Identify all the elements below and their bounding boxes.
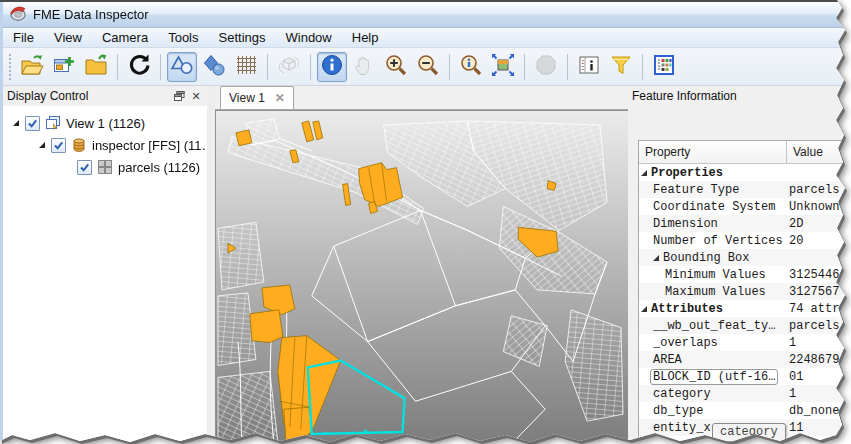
- menubar: FileViewCameraToolsSettingsWindowHelp: [3, 28, 851, 48]
- tree-item-inspector[interactable]: inspector [FFS] (11…: [3, 134, 207, 156]
- zoom-extents-button[interactable]: [488, 52, 518, 82]
- menu-window[interactable]: Window: [276, 28, 342, 47]
- toolbar-separator: [267, 54, 268, 80]
- tab-close-icon[interactable]: ✕: [275, 91, 285, 105]
- expand-triangle-icon[interactable]: [13, 120, 19, 126]
- add-dataset-button[interactable]: [49, 52, 79, 82]
- refresh-button[interactable]: [124, 52, 154, 82]
- display-control-toggle-button[interactable]: [649, 52, 679, 82]
- float-panel-icon[interactable]: [172, 90, 186, 103]
- toolbar-separator: [449, 54, 450, 80]
- filter-button[interactable]: [606, 52, 636, 82]
- panel-splitter-left[interactable]: [207, 86, 215, 444]
- property-row-attributes[interactable]: Attributes74 attribu: [639, 300, 851, 317]
- database-icon: [71, 137, 87, 153]
- property-name: Attributes: [651, 302, 723, 316]
- property-value: 3127567: [789, 285, 851, 299]
- property-row-number-of-vertices[interactable]: Number of Vertices20: [639, 232, 851, 249]
- property-value: 1: [789, 336, 851, 350]
- tree-item-parcels[interactable]: parcels (1126): [3, 156, 207, 178]
- zoom-extents-icon: [491, 53, 515, 80]
- orbit-button: [274, 52, 304, 82]
- toolbar-drag-handle[interactable]: [8, 53, 13, 81]
- close-panel-icon[interactable]: ✕: [189, 90, 203, 103]
- select-info-button[interactable]: [317, 52, 347, 82]
- property-row-db_type[interactable]: db_typedb_none: [639, 402, 851, 419]
- screenshot: FME Data Inspector FileViewCameraToolsSe…: [0, 0, 851, 444]
- stop-button: [531, 52, 561, 82]
- zoom-in-button[interactable]: [381, 52, 411, 82]
- property-row-bounding-box[interactable]: Bounding Box: [639, 249, 851, 266]
- zoom-in-icon: [384, 53, 408, 80]
- tree-item-view[interactable]: View 1 (1126): [3, 112, 207, 134]
- property-row-maximum-values[interactable]: Maximum Values3127567: [639, 283, 851, 300]
- property-row-area[interactable]: AREA2248679: [639, 351, 851, 368]
- view-3d-button[interactable]: [199, 52, 229, 82]
- toolbar-separator: [160, 54, 161, 80]
- open-dataset-button[interactable]: [17, 52, 47, 82]
- close-dataset-button[interactable]: [81, 52, 111, 82]
- menu-tools[interactable]: Tools: [158, 28, 208, 47]
- property-row-__wb_out_feat_ty-[interactable]: __wb_out_feat_ty…parcels: [639, 317, 851, 334]
- menu-file[interactable]: File: [3, 28, 44, 47]
- property-row-block_id-utf-16-[interactable]: BLOCK_ID (utf-16…01: [639, 368, 851, 385]
- table-view-button[interactable]: [231, 52, 261, 82]
- feature-information-header: Feature Information: [628, 86, 851, 106]
- display-control-tree: View 1 (1126)inspector [FFS] (11…parcels…: [3, 106, 207, 178]
- menu-camera[interactable]: Camera: [92, 28, 158, 47]
- refresh-icon: [127, 53, 151, 80]
- fme-data-inspector-window: FME Data Inspector FileViewCameraToolsSe…: [0, 0, 851, 444]
- property-row-feature-type[interactable]: Feature Typeparcels: [639, 181, 851, 198]
- tab-view-1[interactable]: View 1 ✕: [220, 86, 294, 109]
- expand-triangle-icon[interactable]: [653, 255, 659, 261]
- feature-information-toggle-button[interactable]: [574, 52, 604, 82]
- visibility-checkbox[interactable]: [77, 160, 92, 175]
- property-row-dimension[interactable]: Dimension2D: [639, 215, 851, 232]
- zoom-feature-icon: [459, 53, 483, 80]
- display-control-panel: Display Control ✕ View 1 (1126)inspector…: [3, 86, 207, 444]
- property-name: Number of Vertices: [653, 234, 783, 248]
- property-row-category[interactable]: category1: [639, 385, 851, 402]
- close-dataset-icon: [84, 53, 108, 80]
- property-row-_overlaps[interactable]: _overlaps1: [639, 334, 851, 351]
- toolbar-separator: [567, 54, 568, 80]
- column-header-property[interactable]: Property: [639, 141, 787, 163]
- stop-icon: [534, 53, 558, 80]
- display-control-title: Display Control: [7, 89, 169, 103]
- menu-settings[interactable]: Settings: [209, 28, 276, 47]
- menu-help[interactable]: Help: [342, 28, 389, 47]
- map-view[interactable]: [215, 110, 628, 444]
- feature-information-icon: [577, 53, 601, 80]
- view-tabbar: View 1 ✕: [215, 86, 628, 110]
- toolbar-separator: [310, 54, 311, 80]
- orbit-icon: [277, 53, 301, 80]
- menu-view[interactable]: View: [44, 28, 92, 47]
- property-value: 1: [789, 387, 851, 401]
- tab-label: View 1: [229, 91, 265, 105]
- property-row-coordinate-system[interactable]: Coordinate SystemUnknown: [639, 198, 851, 215]
- open-dataset-icon: [20, 53, 44, 80]
- property-name: Coordinate System: [653, 200, 775, 214]
- toolbar-separator: [117, 54, 118, 80]
- property-name: Dimension: [653, 217, 718, 231]
- property-row-properties[interactable]: Properties: [639, 164, 851, 181]
- layer-grid-icon: [97, 159, 113, 175]
- property-row-minimum-values[interactable]: Minimum Values3125446: [639, 266, 851, 283]
- visibility-checkbox[interactable]: [51, 138, 66, 153]
- expand-triangle-icon[interactable]: [641, 170, 647, 176]
- visibility-checkbox[interactable]: [25, 116, 40, 131]
- property-name: Bounding Box: [663, 251, 749, 265]
- add-dataset-icon: [52, 53, 76, 80]
- view-2d-button[interactable]: [167, 52, 197, 82]
- toolbar-separator: [642, 54, 643, 80]
- expand-triangle-icon[interactable]: [641, 306, 647, 312]
- zoom-feature-button[interactable]: [456, 52, 486, 82]
- zoom-out-button[interactable]: [413, 52, 443, 82]
- titlebar[interactable]: FME Data Inspector: [3, 2, 851, 28]
- display-control-icon: [652, 53, 676, 80]
- expand-triangle-icon[interactable]: [39, 142, 45, 148]
- property-name: AREA: [653, 353, 682, 367]
- property-name: _overlaps: [653, 336, 718, 350]
- property-name: db_type: [653, 404, 703, 418]
- select-info-icon: [320, 53, 344, 80]
